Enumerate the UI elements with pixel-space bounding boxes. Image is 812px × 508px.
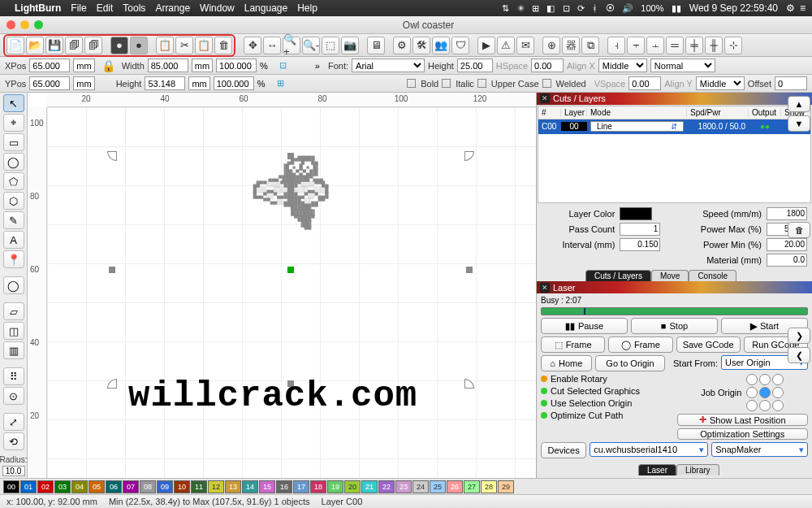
menu-window[interactable]: Window (200, 2, 235, 14)
camera-button[interactable]: 📷 (341, 37, 359, 54)
zoom-in-button[interactable]: 🔍+ (283, 37, 300, 54)
mode-select[interactable]: Line ⇵ (590, 121, 684, 132)
port-select[interactable]: cu.wchusbserial1410 (590, 442, 708, 457)
resize-handle[interactable] (466, 267, 473, 273)
grid-tool[interactable]: ⠿ (3, 367, 24, 385)
lock-icon[interactable]: 🔒 (102, 59, 115, 72)
volume-icon[interactable]: 🔊 (622, 3, 633, 13)
polygon-tool[interactable]: ⬠ (3, 172, 24, 190)
menu-edit[interactable]: Edit (97, 2, 114, 14)
stop-button[interactable]: ■Stop (631, 318, 718, 334)
tab-library[interactable]: Library (676, 464, 719, 475)
shield-button[interactable]: 🛡 (451, 37, 469, 54)
layer-up-button[interactable]: ▲ (788, 96, 810, 112)
welded-check[interactable] (542, 79, 551, 88)
radius-input[interactable] (2, 466, 25, 476)
enable-rotary-toggle[interactable]: Enable Rotary (551, 374, 607, 384)
palette-swatch[interactable]: 02 (37, 480, 54, 493)
palette-swatch[interactable]: 06 (106, 480, 122, 493)
ypos-input[interactable] (29, 76, 70, 90)
copy-button[interactable]: 📋 (156, 37, 174, 54)
palette-swatch[interactable]: 25 (430, 480, 446, 493)
palette-swatch[interactable]: 16 (276, 480, 292, 493)
arrange1-button[interactable]: ⊕ (542, 37, 560, 54)
align6-button[interactable]: ╫ (705, 37, 723, 54)
palette-swatch[interactable]: 24 (412, 480, 429, 493)
palette-swatch[interactable]: 03 (54, 480, 71, 493)
marker-tool[interactable]: 📍 (3, 250, 24, 268)
window-maximize[interactable] (34, 20, 43, 29)
rect-tool[interactable]: ▭ (3, 133, 24, 151)
arrange2-button[interactable]: 器 (562, 37, 580, 54)
preview-button[interactable]: 🖥 (367, 37, 385, 54)
settings-button[interactable]: ⚙ (393, 37, 411, 54)
zoom-fit-button[interactable]: ↔ (263, 37, 281, 54)
expand-icon[interactable]: » (315, 61, 320, 71)
center-handle[interactable] (287, 267, 294, 273)
tray-icon[interactable]: ⇅ (502, 3, 509, 13)
spotlight-icon[interactable]: ⚙ (786, 2, 795, 14)
interval-input[interactable] (620, 238, 660, 251)
send-button[interactable]: ▶ (477, 37, 495, 54)
canvas[interactable]: 20 40 60 80 100 120 20 40 60 80 100 ▄▄▄▄… (28, 93, 536, 478)
pass-input[interactable] (620, 223, 660, 236)
tray-icon[interactable]: ⊞ (532, 3, 539, 13)
height-unit[interactable]: mm (188, 76, 209, 90)
devices-button[interactable]: Devices (541, 442, 586, 458)
window-close[interactable] (6, 20, 15, 29)
zoom-out-button[interactable]: 🔍- (302, 37, 320, 54)
device-settings-button[interactable]: 🛠 (412, 37, 430, 54)
menu-tools[interactable]: Tools (123, 2, 145, 14)
paste-button[interactable]: 📋 (195, 37, 213, 54)
resize-handle[interactable] (287, 153, 294, 159)
undo-button[interactable]: ● (110, 37, 128, 54)
palette-swatch[interactable]: 17 (293, 480, 309, 493)
font-select[interactable]: Arial (352, 59, 425, 72)
save-button[interactable]: 💾 (45, 37, 63, 54)
laser-panel-header[interactable]: ✕ Laser (537, 281, 812, 293)
shape2-tool[interactable]: ◫ (3, 322, 24, 340)
tray-icon[interactable]: ◧ (546, 3, 555, 13)
width-unit[interactable]: mm (192, 59, 213, 72)
aligny-select[interactable]: Middle (696, 76, 745, 90)
palette-swatch[interactable]: 08 (140, 480, 156, 493)
shape1-tool[interactable]: ▱ (3, 302, 24, 320)
palette-swatch[interactable]: 13 (225, 480, 241, 493)
fontstyle-select[interactable]: Normal (650, 59, 715, 72)
align4-button[interactable]: ═ (666, 37, 684, 54)
palette-swatch[interactable]: 27 (464, 480, 480, 493)
measure-tool[interactable]: ⤢ (3, 413, 24, 431)
ypos-unit[interactable]: mm (73, 76, 94, 90)
palette-swatch[interactable]: 05 (89, 480, 105, 493)
height-pct-input[interactable] (214, 76, 254, 90)
layer-down-button[interactable]: ▼ (788, 115, 810, 132)
palette-swatch[interactable]: 11 (191, 480, 207, 493)
menu-language[interactable]: Language (244, 2, 287, 14)
palette-swatch[interactable]: 21 (361, 480, 378, 493)
users-button[interactable]: 👥 (432, 37, 450, 54)
palette-swatch[interactable]: 19 (327, 480, 343, 493)
palette-swatch[interactable]: 23 (395, 480, 412, 493)
cut-selected-toggle[interactable]: Cut Selected Graphics (551, 386, 640, 396)
align2-button[interactable]: ⫟ (627, 37, 645, 54)
bluetooth-icon[interactable]: ᚼ (592, 3, 598, 13)
width-input[interactable] (148, 59, 188, 72)
tab-move[interactable]: Move (651, 270, 689, 281)
shape3-tool[interactable]: ▥ (3, 341, 24, 359)
frame-rubber-button[interactable]: ◯ Frame (608, 336, 672, 353)
select-tool[interactable]: ↖ (3, 94, 24, 112)
cut-button[interactable]: ✂ (175, 37, 193, 54)
layer-prev-button[interactable]: ❮ (788, 347, 810, 363)
export-button[interactable]: 🗐 (84, 37, 102, 54)
new-button[interactable]: 📄 (6, 37, 24, 54)
layer-next-button[interactable]: ❯ (788, 328, 810, 344)
menu-help[interactable]: Help (297, 2, 317, 14)
redo-button[interactable]: ● (130, 37, 148, 54)
palette-swatch[interactable]: 04 (71, 480, 88, 493)
italic-check[interactable] (442, 79, 451, 88)
bold-check[interactable] (407, 79, 416, 88)
palette-swatch[interactable]: 09 (157, 480, 173, 493)
palette-swatch[interactable]: 18 (310, 480, 326, 493)
notification-icon[interactable]: ≡ (800, 2, 806, 14)
menu-arrange[interactable]: Arrange (155, 2, 190, 14)
